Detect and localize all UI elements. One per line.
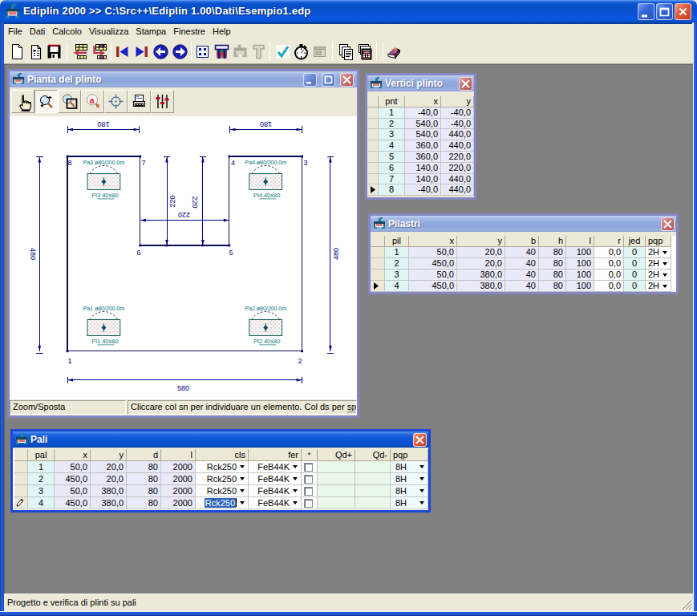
svg-text:180: 180 xyxy=(260,120,272,128)
svg-text:220: 220 xyxy=(168,195,176,207)
svg-text:180: 180 xyxy=(97,120,109,128)
svg-text:480: 480 xyxy=(29,248,37,260)
svg-text:8: 8 xyxy=(68,159,72,167)
svg-text:3: 3 xyxy=(304,159,308,167)
svg-text:Pl1 40x80: Pl1 40x80 xyxy=(91,338,118,345)
svg-text:a: a xyxy=(90,95,95,105)
svg-text:220: 220 xyxy=(191,196,199,208)
svg-text:4: 4 xyxy=(231,159,235,167)
svg-text:580: 580 xyxy=(177,384,189,392)
svg-text:Pl2 40x80: Pl2 40x80 xyxy=(253,338,280,345)
svg-text:Pl4 40x80: Pl4 40x80 xyxy=(253,192,280,199)
svg-text:Pa2 ø80/200.0m: Pa2 ø80/200.0m xyxy=(245,305,286,312)
svg-text:Pa3 ø80/200.0m: Pa3 ø80/200.0m xyxy=(83,159,125,166)
svg-text:220: 220 xyxy=(178,211,190,219)
svg-text:Pa4 ø80/200.0m: Pa4 ø80/200.0m xyxy=(245,159,286,166)
svg-text:Pl3 40x80: Pl3 40x80 xyxy=(91,192,118,199)
svg-text:7: 7 xyxy=(142,159,146,167)
svg-text:6: 6 xyxy=(137,249,141,257)
svg-text:5: 5 xyxy=(229,249,233,257)
svg-text:2: 2 xyxy=(298,357,302,365)
svg-text:480: 480 xyxy=(332,248,340,260)
svg-text:1: 1 xyxy=(68,357,72,365)
svg-text:Pa1 ø80/200.0m: Pa1 ø80/200.0m xyxy=(83,305,125,312)
